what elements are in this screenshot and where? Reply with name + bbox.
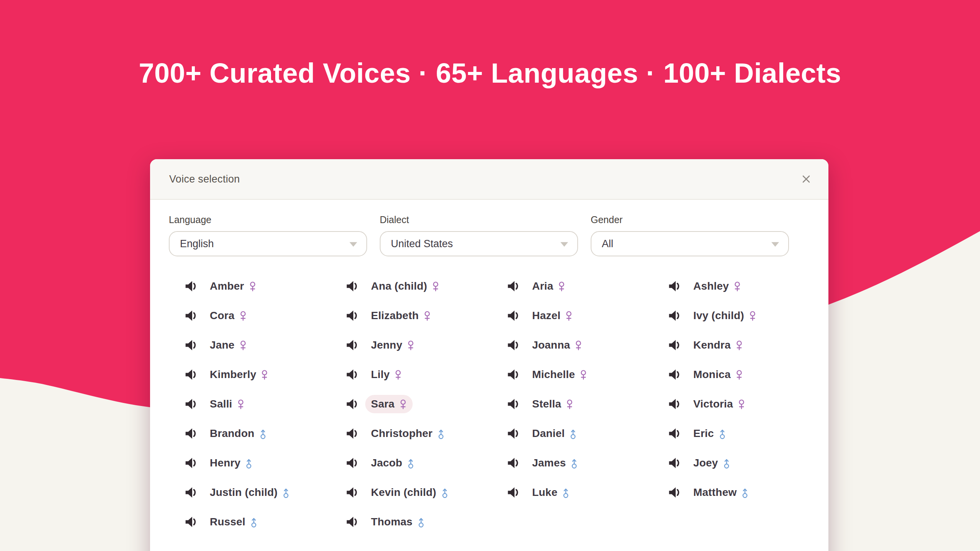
gender-badge [558,281,565,292]
gender-badge [249,281,256,292]
voice-name: Amber [210,280,244,292]
play-voice-button[interactable] [668,456,682,470]
play-voice-button[interactable] [506,279,521,293]
play-voice-button[interactable] [668,426,682,441]
female-icon [733,281,741,292]
speaker-icon [506,279,520,293]
voice-item[interactable]: Stella [506,396,654,412]
voice-label: Daniel [526,424,583,443]
voice-item[interactable]: Eric [668,425,815,442]
voice-item[interactable]: Jenny [345,337,493,354]
play-voice-button[interactable] [668,397,682,411]
close-button[interactable] [797,170,815,188]
speaker-icon [345,427,359,440]
gender-select[interactable]: All [591,231,789,256]
voice-item[interactable]: Salli [184,396,332,412]
gender-badge [282,487,290,499]
voice-name: Sara [371,398,395,410]
dialect-select[interactable]: United States [380,231,578,256]
voice-item[interactable]: James [506,455,654,471]
voice-item[interactable]: Justin (child) [184,484,332,501]
voice-name: Daniel [532,427,565,440]
play-voice-button[interactable] [506,485,521,500]
voice-label: Ashley [688,277,747,295]
voice-name: Ana (child) [371,280,427,292]
voice-item[interactable]: Kimberly [184,366,332,383]
voice-item[interactable]: Luke [506,484,654,501]
play-voice-button[interactable] [668,485,682,500]
voice-item[interactable]: Kendra [668,337,815,354]
play-voice-button[interactable] [345,308,360,323]
voice-item[interactable]: Aria [506,278,654,295]
voice-label: Stella [526,395,579,413]
voice-item[interactable]: Hazel [506,307,654,324]
voice-item[interactable]: Lily [345,366,493,383]
voice-label: Thomas [365,513,431,531]
voice-item[interactable]: Monica [668,366,815,383]
play-voice-button[interactable] [506,456,521,470]
play-voice-button[interactable] [184,456,199,470]
voice-item[interactable]: Michelle [506,366,654,383]
voice-label: Monica [688,365,749,384]
voice-item[interactable]: Henry [184,455,332,471]
play-voice-button[interactable] [506,426,521,441]
play-voice-button[interactable] [184,308,199,323]
voice-item[interactable]: Sara [345,396,493,412]
play-voice-button[interactable] [668,308,682,323]
voice-item[interactable]: Ashley [668,278,815,295]
voice-item[interactable]: Kevin (child) [345,484,493,501]
voice-item[interactable]: Russel [184,514,332,530]
play-voice-button[interactable] [506,397,521,411]
play-voice-button[interactable] [345,485,360,500]
voice-item[interactable]: Elizabeth [345,307,493,324]
play-voice-button[interactable] [345,338,360,352]
play-voice-button[interactable] [184,515,199,529]
speaker-icon [345,515,359,529]
gender-badge [245,458,253,469]
voice-item[interactable]: Daniel [506,425,654,442]
play-voice-button[interactable] [184,485,199,500]
voice-item[interactable]: Amber [184,278,332,295]
play-voice-button[interactable] [345,515,360,529]
voice-name: James [532,457,566,469]
play-voice-button[interactable] [345,397,360,411]
voice-item[interactable]: Brandon [184,425,332,442]
play-voice-button[interactable] [668,338,682,352]
play-voice-button[interactable] [506,338,521,352]
voice-label: Sara [365,395,413,413]
voice-item[interactable]: Ana (child) [345,278,493,295]
male-icon [570,458,578,469]
voice-item[interactable]: Jane [184,337,332,354]
voice-label: Joanna [526,336,588,354]
voice-item[interactable]: Joey [668,455,815,471]
play-voice-button[interactable] [345,426,360,441]
voice-item[interactable]: Matthew [668,484,815,501]
play-voice-button[interactable] [184,426,199,441]
play-voice-button[interactable] [184,397,199,411]
voice-item[interactable]: Christopher [345,425,493,442]
play-voice-button[interactable] [506,308,521,323]
voice-item[interactable]: Ivy (child) [668,307,815,324]
play-voice-button[interactable] [345,456,360,470]
female-icon [565,311,573,322]
voice-label: Ivy (child) [688,306,762,325]
play-voice-button[interactable] [184,338,199,352]
play-voice-button[interactable] [184,367,199,382]
female-icon [749,311,756,322]
language-select[interactable]: English [169,231,367,256]
play-voice-button[interactable] [668,279,682,293]
voice-label: Lily [365,365,408,384]
play-voice-button[interactable] [668,367,682,382]
female-icon [423,311,431,322]
play-voice-button[interactable] [506,367,521,382]
voice-item[interactable]: Victoria [668,396,815,412]
gender-badge [569,429,577,440]
voice-item[interactable]: Thomas [345,514,493,530]
play-voice-button[interactable] [345,279,360,293]
voice-item[interactable]: Joanna [506,337,654,354]
play-voice-button[interactable] [345,367,360,382]
female-icon [735,370,743,381]
voice-item[interactable]: Jacob [345,455,493,471]
play-voice-button[interactable] [184,279,199,293]
voice-item[interactable]: Cora [184,307,332,324]
